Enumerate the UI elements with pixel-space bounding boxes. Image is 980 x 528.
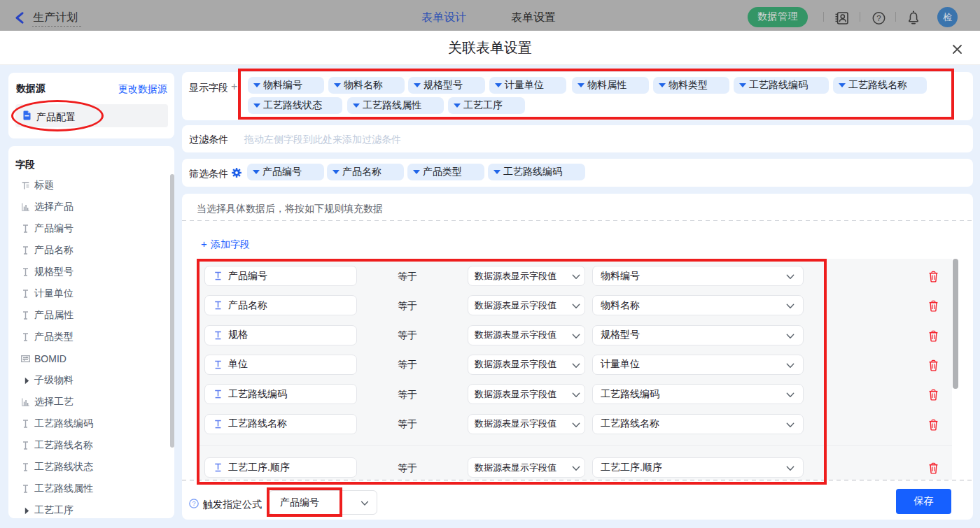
svg-text:?: ?	[192, 500, 195, 507]
svg-text:?: ?	[876, 14, 881, 22]
